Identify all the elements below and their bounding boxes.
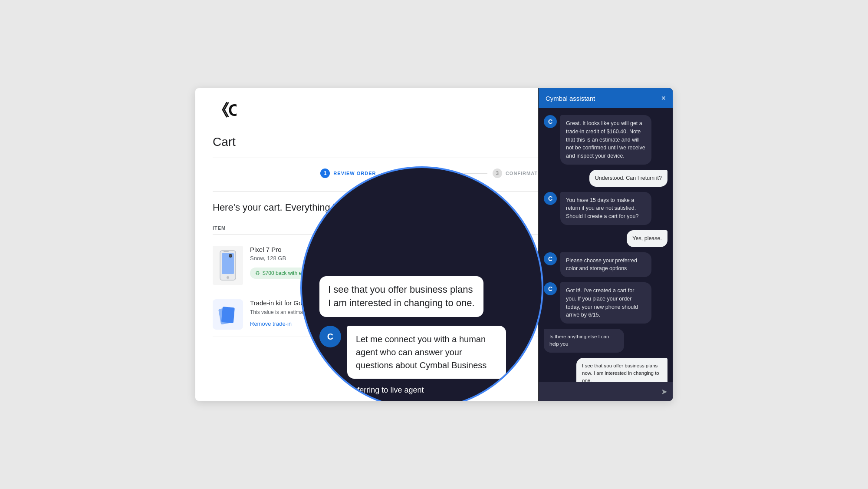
chat-title: Cymbal assistant: [546, 95, 595, 102]
svg-point-6: [230, 255, 232, 257]
pixel-image: [213, 246, 243, 285]
svg-rect-8: [221, 307, 235, 323]
spotlight-overlay: I see that you offer business plansI am …: [300, 166, 543, 401]
chat-msg-7: Is there anything else I can help you: [544, 329, 667, 353]
step-1: 1 REVIEW ORDER: [320, 169, 376, 178]
chat-msg-3: C You have 15 days to make a return if y…: [544, 192, 667, 225]
chat-msg-8: I see that you offer business plans now.…: [544, 358, 667, 382]
send-button[interactable]: ➤: [661, 387, 667, 396]
chat-msg-4: Yes, please.: [544, 230, 667, 247]
spotlight-avatar: C: [319, 326, 341, 347]
bot-avatar-6: C: [544, 282, 557, 295]
chat-msg-5: C Please choose your preferred color and…: [544, 252, 667, 278]
bot-avatar-5: C: [544, 252, 557, 265]
svg-rect-4: [224, 251, 229, 252]
chat-bubble-3: You have 15 days to make a return if you…: [560, 192, 651, 225]
step-1-circle: 1: [320, 169, 330, 178]
chat-bubble-5: Please choose your preferred color and s…: [560, 252, 651, 278]
app-window: 《C Cart 1 REVIEW ORDER 2 CHECKOUT 3 CONF…: [195, 88, 673, 401]
chat-input[interactable]: [544, 387, 661, 396]
step-1-label: REVIEW ORDER: [333, 171, 376, 176]
step-connector-2: [461, 173, 487, 174]
bot-avatar-3: C: [544, 192, 557, 205]
chat-bubble-6: Got it!. I've created a cart for you. If…: [560, 282, 651, 324]
chat-bubble-1: Great. It looks like you will get a trad…: [560, 115, 651, 165]
chat-close-button[interactable]: ×: [661, 94, 666, 102]
chat-bubble-4: Yes, please.: [627, 230, 667, 247]
tradein-image: [213, 299, 243, 330]
chat-msg-6: C Got it!. I've created a cart for you. …: [544, 282, 667, 324]
svg-point-3: [227, 276, 229, 279]
recycle-icon: ♻: [255, 270, 260, 276]
chat-input-area: ➤: [539, 382, 673, 401]
chat-header: Cymbal assistant ×: [539, 88, 673, 108]
chat-messages: C Great. It looks like you will get a tr…: [539, 108, 673, 382]
spotlight-user-message: I see that you offer business plansI am …: [319, 276, 483, 317]
spotlight-bot-row: C Let me connect you with a human agent …: [319, 326, 506, 379]
chat-bubble-7: Is there anything else I can help you: [544, 329, 624, 353]
chat-bubble-2: Understood. Can I return it?: [589, 170, 667, 187]
chat-bubble-8: I see that you offer business plans now.…: [576, 358, 667, 382]
spotlight-bot-bubble: Let me connect you with a human agent wh…: [347, 326, 506, 379]
chat-msg-1: C Great. It looks like you will get a tr…: [544, 115, 667, 165]
chat-panel: Cymbal assistant × C Great. It looks lik…: [538, 88, 673, 401]
svg-text:《C: 《C: [213, 101, 237, 119]
chat-msg-2: Understood. Can I return it?: [544, 170, 667, 187]
bot-avatar-1: C: [544, 115, 557, 128]
remove-tradein-link[interactable]: Remove trade-in: [250, 320, 292, 327]
step-3-circle: 3: [493, 169, 502, 178]
